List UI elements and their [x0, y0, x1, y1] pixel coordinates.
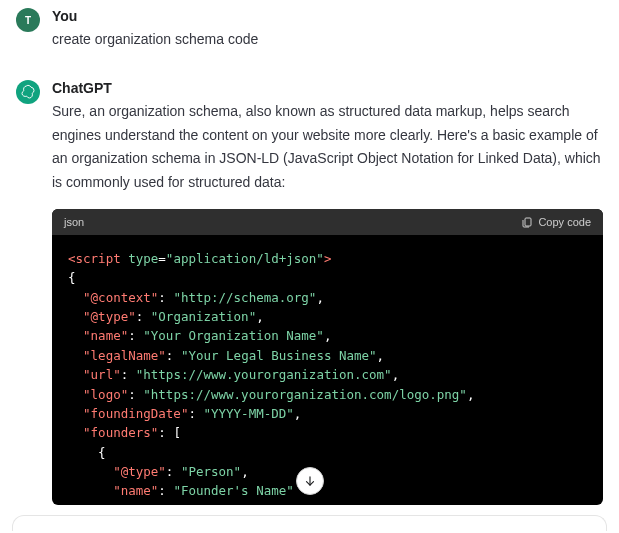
code-token: "Your Organization Name" — [143, 328, 324, 343]
chat-container: T You create organization schema code Ch… — [0, 0, 619, 505]
code-token: "logo" — [83, 387, 128, 402]
user-message-body: You create organization schema code — [52, 8, 603, 52]
message-input[interactable] — [12, 515, 607, 531]
code-token: "Organization" — [151, 309, 256, 324]
assistant-message-body: ChatGPT Sure, an organization schema, al… — [52, 80, 603, 505]
code-language-label: json — [64, 216, 84, 228]
code-token: > — [324, 251, 332, 266]
copy-code-label: Copy code — [538, 216, 591, 228]
code-token: "foundingDate" — [83, 406, 188, 421]
assistant-name: ChatGPT — [52, 80, 603, 96]
code-token: "founders" — [83, 425, 158, 440]
code-token: "application/ld+json" — [166, 251, 324, 266]
assistant-text: Sure, an organization schema, also known… — [52, 100, 603, 195]
code-token: "legalName" — [83, 348, 166, 363]
assistant-avatar — [16, 80, 40, 104]
user-message: T You create organization schema code — [16, 8, 603, 52]
copy-code-button[interactable]: Copy code — [521, 216, 591, 228]
scroll-to-bottom-button[interactable] — [296, 467, 324, 495]
code-token: "Your Legal Business Name" — [181, 348, 377, 363]
user-avatar: T — [16, 8, 40, 32]
code-token: "@context" — [83, 290, 158, 305]
code-token: "url" — [83, 367, 121, 382]
code-header: json Copy code — [52, 209, 603, 235]
code-block: json Copy code <script type="application… — [52, 209, 603, 505]
user-name: You — [52, 8, 603, 24]
code-token: = — [158, 251, 166, 266]
code-token: "Founder's Name" — [173, 483, 293, 498]
code-token: <script — [68, 251, 121, 266]
assistant-message: ChatGPT Sure, an organization schema, al… — [16, 80, 603, 505]
code-token: "@type" — [113, 464, 166, 479]
chatgpt-logo-icon — [20, 84, 36, 100]
code-token: "https://www.yourorganization.com/logo.p… — [143, 387, 467, 402]
code-token: "name" — [113, 483, 158, 498]
code-token: { — [68, 270, 76, 285]
user-avatar-letter: T — [25, 15, 31, 26]
arrow-down-icon — [303, 474, 317, 488]
clipboard-icon — [521, 216, 533, 228]
code-token: "name" — [83, 328, 128, 343]
code-token: "YYYY-MM-DD" — [203, 406, 293, 421]
code-token: "http://schema.org" — [173, 290, 316, 305]
code-content[interactable]: <script type="application/ld+json"> { "@… — [52, 235, 603, 505]
svg-rect-0 — [525, 218, 531, 226]
code-token: "https://www.yourorganization.com" — [136, 367, 392, 382]
user-text: create organization schema code — [52, 28, 603, 52]
code-token: "Person" — [181, 464, 241, 479]
code-token: type — [128, 251, 158, 266]
code-token: "@type" — [83, 309, 136, 324]
